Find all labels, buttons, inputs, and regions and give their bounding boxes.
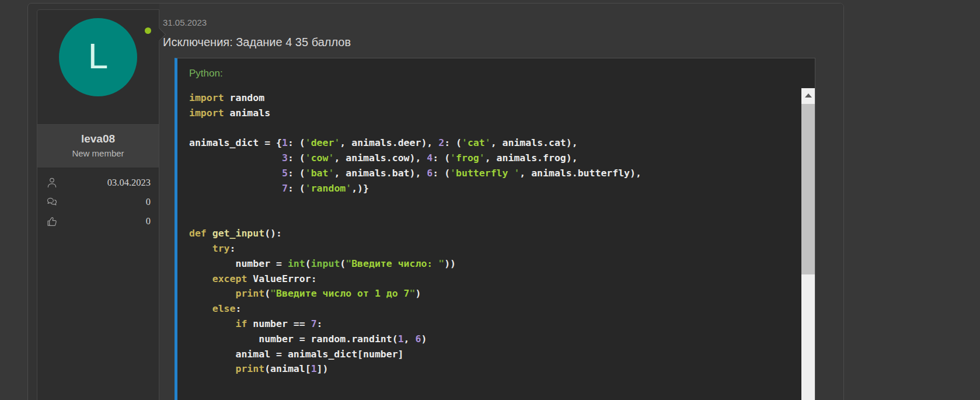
- forum-post: L leva08 New member 03.04.2023: [27, 3, 844, 400]
- likes-icon: [46, 215, 58, 228]
- message-content: 31.05.2023 Исключения: Задание 4 35 балл…: [159, 4, 843, 400]
- likes-count: 0: [146, 215, 151, 227]
- user-role: New member: [41, 148, 155, 158]
- join-date-value: 03.04.2023: [107, 177, 151, 189]
- online-indicator-icon: [145, 27, 151, 34]
- code-scroll-area[interactable]: import randomimport animalsanimals_dict …: [177, 88, 815, 400]
- likes-row: 0: [46, 211, 151, 231]
- join-date-row: 03.04.2023: [46, 173, 151, 192]
- username-link[interactable]: leva08: [41, 133, 155, 145]
- scroll-up-arrow-icon: [805, 93, 812, 98]
- avatar[interactable]: L: [59, 18, 137, 96]
- post-title: Исключения: Задание 4 35 баллов: [163, 36, 829, 49]
- code-content: import randomimport animalsanimals_dict …: [177, 88, 815, 377]
- avatar-letter: L: [88, 38, 108, 74]
- scrollbar-thumb[interactable]: [801, 104, 815, 274]
- scrollbar-up-button[interactable]: [801, 88, 815, 102]
- user-stats: 03.04.2023 0 0: [37, 168, 159, 235]
- user-info: leva08 New member: [37, 123, 159, 168]
- code-language-label: Python:: [177, 58, 815, 88]
- author-sidebar: L leva08 New member 03.04.2023: [37, 9, 159, 400]
- post-date[interactable]: 31.05.2023: [163, 18, 829, 27]
- scrollbar[interactable]: [801, 88, 815, 400]
- messages-count: 0: [146, 196, 151, 208]
- avatar-section: L: [37, 18, 159, 123]
- user-icon: [46, 176, 58, 189]
- code-block: Python: import randomimport animalsanima…: [175, 58, 815, 400]
- messages-icon: [46, 196, 58, 208]
- messages-row: 0: [46, 192, 151, 211]
